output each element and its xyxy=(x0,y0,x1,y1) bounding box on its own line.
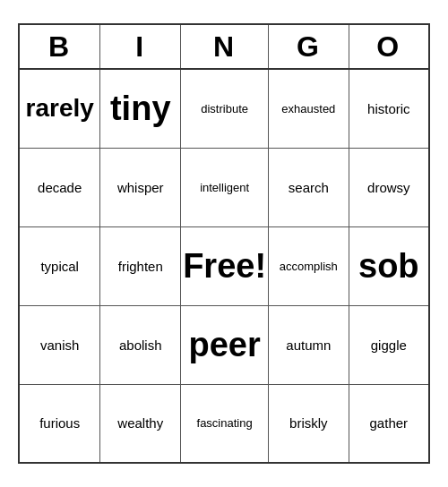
bingo-cell-0-0: rarely xyxy=(19,69,100,148)
cell-text-3-4: giggle xyxy=(351,337,426,353)
cell-text-1-4: drowsy xyxy=(351,180,426,195)
header-letter-b: B xyxy=(19,24,100,69)
cell-text-2-4: sob xyxy=(351,247,426,286)
cell-text-0-4: historic xyxy=(351,101,426,116)
bingo-row-3: vanishabolishpeerautumngiggle xyxy=(19,305,429,384)
bingo-cell-2-1: frighten xyxy=(100,226,181,305)
cell-text-2-1: frighten xyxy=(102,259,178,274)
bingo-cell-1-1: whisper xyxy=(100,148,181,226)
bingo-cell-2-3: accomplish xyxy=(269,226,349,305)
bingo-cell-4-0: furious xyxy=(19,384,100,463)
bingo-header-row: BINGO xyxy=(19,24,429,69)
bingo-row-0: rarelytinydistributeexhaustedhistoric xyxy=(19,69,429,148)
bingo-cell-1-4: drowsy xyxy=(349,148,429,226)
bingo-cell-4-1: wealthy xyxy=(100,384,181,463)
cell-text-3-2: peer xyxy=(183,326,266,364)
bingo-cell-0-4: historic xyxy=(349,69,429,148)
cell-text-3-1: abolish xyxy=(102,337,178,353)
header-letter-o: O xyxy=(349,24,429,69)
bingo-cell-2-2: Free! xyxy=(181,226,269,305)
bingo-row-4: furiouswealthyfascinatingbrisklygather xyxy=(19,384,429,463)
bingo-cell-1-3: search xyxy=(269,148,349,226)
bingo-cell-3-4: giggle xyxy=(349,305,429,384)
bingo-cell-3-1: abolish xyxy=(100,305,181,384)
cell-text-4-2: fascinating xyxy=(183,416,266,430)
bingo-cell-0-3: exhausted xyxy=(269,69,349,148)
bingo-cell-3-2: peer xyxy=(181,305,269,384)
bingo-cell-2-0: typical xyxy=(19,226,100,305)
header-letter-g: G xyxy=(269,24,349,69)
bingo-cell-0-2: distribute xyxy=(181,69,269,148)
cell-text-2-2: Free! xyxy=(183,247,266,286)
cell-text-1-1: whisper xyxy=(102,180,178,195)
cell-text-4-4: gather xyxy=(351,415,426,431)
bingo-cell-4-4: gather xyxy=(349,384,429,463)
bingo-cell-4-3: briskly xyxy=(269,384,349,463)
cell-text-4-0: furious xyxy=(22,415,98,431)
header-letter-i: I xyxy=(100,24,181,69)
header-letter-n: N xyxy=(181,24,269,69)
bingo-card: BINGO rarelytinydistributeexhaustedhisto… xyxy=(18,23,430,464)
bingo-cell-3-0: vanish xyxy=(19,305,100,384)
cell-text-0-2: distribute xyxy=(183,102,266,115)
bingo-cell-3-3: autumn xyxy=(269,305,349,384)
bingo-cell-1-0: decade xyxy=(19,148,100,226)
bingo-cell-0-1: tiny xyxy=(100,69,181,148)
bingo-cell-4-2: fascinating xyxy=(181,384,269,463)
cell-text-3-3: autumn xyxy=(271,337,347,353)
cell-text-4-1: wealthy xyxy=(102,415,178,431)
cell-text-1-0: decade xyxy=(22,180,98,195)
bingo-row-2: typicalfrightenFree!accomplishsob xyxy=(19,226,429,305)
cell-text-0-1: tiny xyxy=(102,90,178,128)
bingo-row-1: decadewhisperintelligentsearchdrowsy xyxy=(19,148,429,226)
cell-text-4-3: briskly xyxy=(271,415,347,431)
cell-text-0-3: exhausted xyxy=(271,102,347,115)
bingo-cell-1-2: intelligent xyxy=(181,148,269,226)
bingo-cell-2-4: sob xyxy=(349,226,429,305)
cell-text-3-0: vanish xyxy=(22,337,98,353)
cell-text-1-3: search xyxy=(271,180,347,195)
cell-text-1-2: intelligent xyxy=(183,181,266,194)
cell-text-2-3: accomplish xyxy=(271,260,347,273)
cell-text-0-0: rarely xyxy=(22,94,98,123)
cell-text-2-0: typical xyxy=(22,259,98,274)
